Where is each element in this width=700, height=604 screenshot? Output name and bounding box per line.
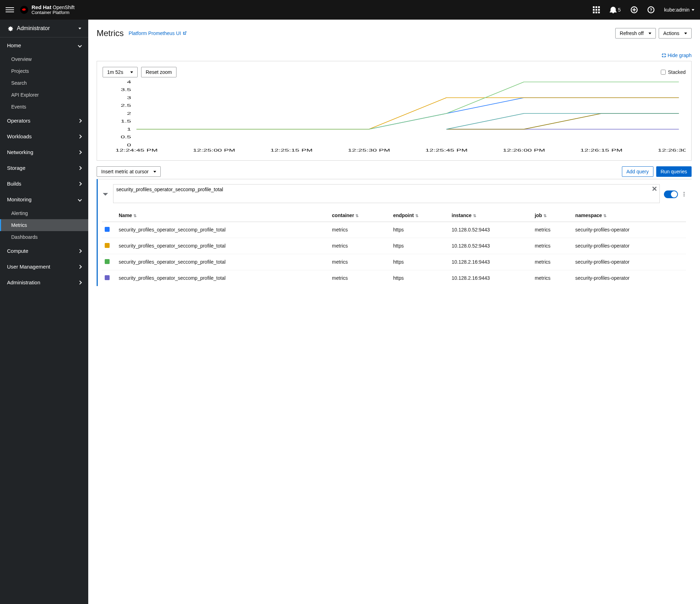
table-row[interactable]: security_profiles_operator_seccomp_profi… xyxy=(102,254,686,270)
actions-label: Actions xyxy=(663,30,679,36)
cell-name: security_profiles_operator_seccomp_profi… xyxy=(116,238,329,254)
nav-group-builds[interactable]: Builds xyxy=(0,176,88,192)
svg-rect-8 xyxy=(595,12,597,13)
brand: Red Hat OpenShift Container Platform xyxy=(20,5,75,15)
hamburger-menu-icon[interactable] xyxy=(6,6,14,14)
user-name: kube:admin xyxy=(664,7,689,13)
cell-name: security_profiles_operator_seccomp_profi… xyxy=(116,254,329,270)
svg-text:2: 2 xyxy=(127,111,131,116)
svg-rect-6 xyxy=(598,9,600,11)
sidebar-item-metrics[interactable]: Metrics xyxy=(0,219,88,231)
table-row[interactable]: security_profiles_operator_seccomp_profi… xyxy=(102,238,686,254)
nav-group-operators[interactable]: Operators xyxy=(0,113,88,129)
cell-namespace: security-profiles-operator xyxy=(573,222,686,238)
series-swatch xyxy=(105,275,110,280)
run-queries-label: Run queries xyxy=(661,169,687,174)
svg-text:3.5: 3.5 xyxy=(121,88,131,92)
brand-line1b: OpenShift xyxy=(53,5,75,10)
apps-grid-icon[interactable] xyxy=(593,6,600,13)
column-header[interactable]: Name⇅ xyxy=(116,209,329,222)
nav-group-administration[interactable]: Administration xyxy=(0,275,88,290)
cell-name: security_profiles_operator_seccomp_profi… xyxy=(116,270,329,286)
clear-query-icon[interactable] xyxy=(652,186,657,191)
reset-zoom-label: Reset zoom xyxy=(146,69,172,75)
run-queries-button[interactable]: Run queries xyxy=(656,166,692,177)
interval-dropdown[interactable]: 1m 52s xyxy=(103,67,138,77)
refresh-dropdown[interactable]: Refresh off xyxy=(615,28,656,39)
actions-dropdown[interactable]: Actions xyxy=(659,28,692,39)
caret-down-icon xyxy=(692,9,694,11)
gear-icon xyxy=(7,25,13,32)
nav-group-storage[interactable]: Storage xyxy=(0,160,88,176)
query-input[interactable] xyxy=(113,184,660,203)
interval-label: 1m 52s xyxy=(107,69,123,75)
svg-rect-3 xyxy=(598,6,600,8)
reset-zoom-button[interactable]: Reset zoom xyxy=(141,67,176,77)
chevron-down-icon xyxy=(78,43,82,47)
column-header[interactable]: container⇅ xyxy=(329,209,390,222)
nav-group-workloads[interactable]: Workloads xyxy=(0,129,88,144)
chevron-right-icon xyxy=(78,134,82,138)
svg-text:1.5: 1.5 xyxy=(121,119,131,124)
sidebar-item-dashboards[interactable]: Dashboards xyxy=(0,231,88,243)
table-row[interactable]: security_profiles_operator_seccomp_profi… xyxy=(102,222,686,238)
caret-down-icon xyxy=(649,33,651,34)
series-swatch xyxy=(105,243,110,248)
user-menu[interactable]: kube:admin xyxy=(664,7,694,13)
sidebar: Administrator Home OverviewProjectsSearc… xyxy=(0,20,88,604)
add-query-button[interactable]: Add query xyxy=(622,166,653,177)
svg-text:12:25:30 PM: 12:25:30 PM xyxy=(348,148,390,152)
prometheus-external-link[interactable]: Platform Prometheus UI xyxy=(129,30,186,36)
nav-group-networking[interactable]: Networking xyxy=(0,144,88,160)
stacked-label: Stacked xyxy=(668,69,686,75)
cell-namespace: security-profiles-operator xyxy=(573,238,686,254)
cell-namespace: security-profiles-operator xyxy=(573,270,686,286)
query-panel: Name⇅container⇅endpoint⇅instance⇅job⇅nam… xyxy=(97,179,692,286)
svg-text:0.5: 0.5 xyxy=(121,135,131,139)
collapse-query-icon[interactable] xyxy=(102,191,109,198)
sidebar-item-events[interactable]: Events xyxy=(0,101,88,113)
stacked-toggle[interactable]: Stacked xyxy=(661,69,686,75)
external-link-icon xyxy=(182,31,187,35)
cell-container: metrics xyxy=(329,222,390,238)
stacked-checkbox[interactable] xyxy=(661,70,666,75)
sidebar-item-projects[interactable]: Projects xyxy=(0,65,88,77)
notification-count: 5 xyxy=(618,7,621,13)
svg-rect-2 xyxy=(595,6,597,8)
caret-down-icon xyxy=(130,71,133,73)
help-icon[interactable]: ? xyxy=(647,6,654,13)
column-header[interactable]: job⇅ xyxy=(532,209,573,222)
svg-text:1: 1 xyxy=(127,127,131,131)
query-kebab-menu[interactable] xyxy=(682,191,686,197)
notifications-button[interactable]: 5 xyxy=(610,6,621,13)
nav-group-compute[interactable]: Compute xyxy=(0,243,88,259)
sidebar-item-api-explorer[interactable]: API Explorer xyxy=(0,89,88,101)
table-row[interactable]: security_profiles_operator_seccomp_profi… xyxy=(102,270,686,286)
perspective-switcher[interactable]: Administrator xyxy=(0,20,88,37)
column-header[interactable]: instance⇅ xyxy=(449,209,532,222)
topbar: Red Hat OpenShift Container Platform 5 ?… xyxy=(0,0,700,20)
nav-group-home[interactable]: Home xyxy=(0,37,88,53)
cell-name: security_profiles_operator_seccomp_profi… xyxy=(116,222,329,238)
cell-job: metrics xyxy=(532,270,573,286)
metrics-chart[interactable]: 00.511.522.533.5412:24:45 PM12:25:00 PM1… xyxy=(103,80,686,154)
svg-text:12:26:30 PM: 12:26:30 PM xyxy=(658,148,686,152)
hide-graph-button[interactable]: Hide graph xyxy=(661,53,692,58)
cell-instance: 10.128.0.52:9443 xyxy=(449,238,532,254)
bell-icon xyxy=(610,6,617,13)
series-swatch xyxy=(105,227,110,232)
sidebar-item-alerting[interactable]: Alerting xyxy=(0,207,88,219)
column-header[interactable]: namespace⇅ xyxy=(573,209,686,222)
column-header[interactable]: endpoint⇅ xyxy=(390,209,449,222)
cell-container: metrics xyxy=(329,254,390,270)
svg-rect-7 xyxy=(593,12,595,13)
sidebar-item-search[interactable]: Search xyxy=(0,77,88,89)
query-enabled-toggle[interactable] xyxy=(664,190,678,198)
insert-metric-dropdown[interactable]: Insert metric at cursor xyxy=(97,166,161,177)
compress-icon xyxy=(661,53,666,58)
cell-endpoint: https xyxy=(390,222,449,238)
plus-circle-icon[interactable] xyxy=(631,6,638,13)
sidebar-item-overview[interactable]: Overview xyxy=(0,53,88,65)
nav-group-user-management[interactable]: User Management xyxy=(0,259,88,275)
nav-group-monitoring[interactable]: Monitoring xyxy=(0,192,88,207)
